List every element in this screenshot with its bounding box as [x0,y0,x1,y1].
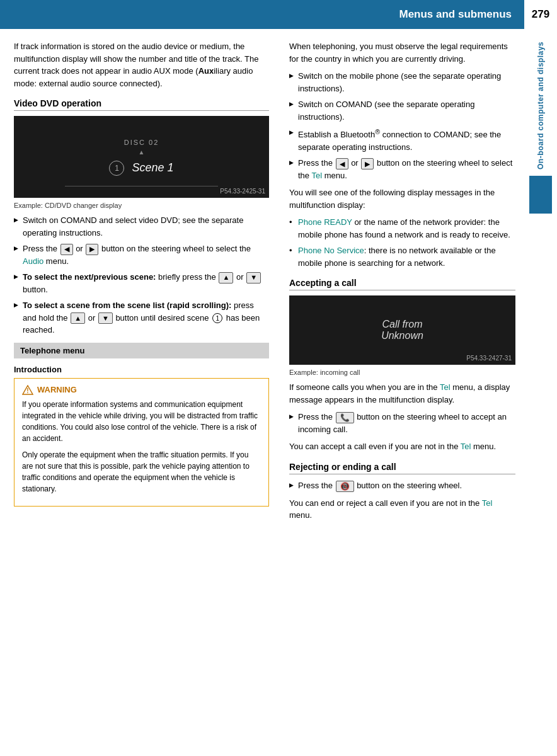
dvd-scene-row: 1 Scene 1 [109,161,173,176]
header-title: Menus and submenus [399,8,524,21]
rejecting-call-heading: Rejecting or ending a call [289,462,515,474]
dvd-bullet-1: Switch on COMAND and select video DVD; s… [14,214,269,239]
phone-reject-button-icon: 📵 [336,481,354,492]
warning-title: ! WARNING [22,385,261,395]
rejecting-call-bullets: Press the 📵 button on the steering wheel… [289,479,515,492]
call-ref: P54.33-2427-31 [466,355,512,362]
dvd-bottom-line [65,186,218,186]
header-bar: Menus and submenus 279 [0,0,557,29]
audio-menu-link: Audio [23,256,43,266]
dvd-scene-circle: 1 [109,161,124,176]
dvd-scene-text: Scene 1 [132,161,173,175]
sidebar: On-board computer and displays [524,29,557,756]
warning-box: ! WARNING If you operate information sys… [14,378,269,507]
video-dvd-heading: Video DVD operation [14,98,269,111]
phone-no-service-label: Phone No Service [298,246,364,255]
dvd-ref: P54.33-2425-31 [220,188,265,195]
dvd-bullet-list: Switch on COMAND and select video DVD; s… [14,214,269,336]
dvd-arrow-up-icon: ▲ [139,149,145,156]
right-bullet-list: Switch on the mobile phone (see the sepa… [289,70,515,181]
right-column: When telephoning, you must observe the l… [280,29,524,538]
phone-accept-button-icon: 📞 [336,412,354,423]
dvd-bullet-4: To select a scene from the scene list (r… [14,299,269,336]
display-messages-intro: You will see one of the following displa… [289,186,515,211]
warning-triangle-icon: ! [22,385,33,395]
right-bullet-1: Switch on the mobile phone (see the sepa… [289,70,515,94]
accepting-call-bullet: Press the 📞 button on the steering wheel… [289,411,515,435]
dvd-disc-label: DISC 02 [124,139,159,146]
warning-para-2: Only operate the equipment when the traf… [22,449,261,495]
scene-circle-num: 1 [212,313,222,323]
left-intro-paragraph: If track information is stored on the au… [14,40,269,89]
rejecting-call-bullet: Press the 📵 button on the steering wheel… [289,479,515,492]
accepting-call-note: You can accept a call even if you are no… [289,440,515,453]
next-button-icon: ▶ [86,244,98,255]
tel-menu-link-2: Tel [440,382,451,392]
sidebar-blue-block [529,176,552,214]
aux-bold: Aux [198,66,214,76]
rejecting-call-note: You can end or reject a call even if you… [289,497,515,522]
next-button-right: ▶ [361,158,374,169]
phone-ready-label: Phone READY [298,217,352,227]
prev-button-right: ◀ [336,158,348,169]
warning-label: WARNING [37,385,77,394]
display-messages-list: Phone READY or the name of the network p… [289,216,515,269]
main-content: If track information is stored on the au… [0,29,524,538]
introduction-heading: Introduction [14,365,269,374]
right-bullet-4: Press the ◀ or ▶ button on the steering … [289,157,515,181]
tel-menu-link-3: Tel [461,442,471,451]
right-intro-paragraph: When telephoning, you must observe the l… [289,40,515,65]
page-number: 279 [524,0,557,29]
svg-text:!: ! [26,387,28,394]
right-bullet-2: Switch on COMAND (see the separate opera… [289,98,515,123]
tel-menu-link-1: Tel [311,171,322,180]
display-message-1: Phone READY or the name of the network p… [289,216,515,241]
down-button-icon-2: ▼ [98,312,113,324]
dvd-bullet-3: To select the next/previous scene: brief… [14,271,269,295]
accepting-call-bullets: Press the 📞 button on the steering wheel… [289,411,515,435]
sidebar-label: On-board computer and displays [536,42,545,169]
dvd-display-image: DISC 02 ▲ 1 Scene 1 P54.33-2425-31 [14,116,269,198]
call-display-image: Call from Unknown P54.33-2427-31 [289,295,515,365]
up-button-icon: ▲ [219,272,233,284]
dvd-bullet-2: Press the ◀ or ▶ button on the steering … [14,243,269,267]
call-unknown-text: Unknown [381,330,423,341]
prev-button-icon: ◀ [60,244,73,255]
call-from-text: Call from [382,319,422,330]
warning-body: If you operate information systems and c… [22,399,261,495]
down-button-icon: ▼ [246,272,261,284]
dvd-caption: Example: CD/DVD changer display [14,202,269,209]
telephone-menu-heading: Telephone menu [14,343,269,358]
left-column: If track information is stored on the au… [0,29,280,538]
display-message-2: Phone No Service: there is no network av… [289,244,515,269]
warning-para-1: If you operate information systems and c… [22,399,261,444]
call-caption: Example: incoming call [289,369,515,376]
up-button-icon-2: ▲ [71,312,85,324]
accepting-call-heading: Accepting a call [289,278,515,290]
tel-menu-link-4: Tel [482,498,493,508]
accepting-call-paragraph: If someone calls you when you are in the… [289,381,515,406]
right-bullet-3: Establish a Bluetooth® connection to COM… [289,127,515,153]
